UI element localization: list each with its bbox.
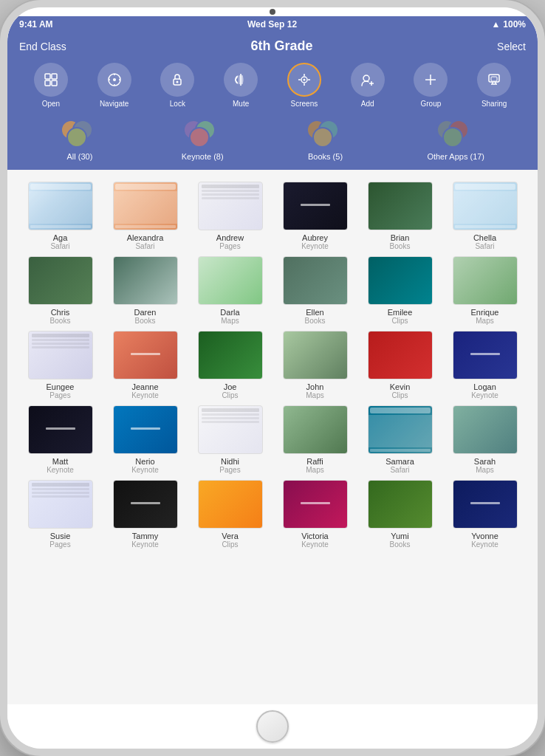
student-item[interactable]: AlexandraSafari <box>104 182 186 250</box>
toolbar: Open Nav <box>19 63 526 108</box>
student-item[interactable]: KevinClips <box>359 331 441 399</box>
screen: 9:41 AM Wed Sep 12 ▲ 100% End Class 6th … <box>7 16 538 749</box>
student-item[interactable]: LoganKeynote <box>444 331 526 399</box>
student-item[interactable]: RaffiMaps <box>274 405 356 474</box>
student-name: Sarah <box>474 457 496 466</box>
student-app: Books <box>390 242 411 250</box>
avatar-o3 <box>442 127 463 148</box>
student-item[interactable]: EungeePages <box>19 331 101 399</box>
student-name: Susie <box>50 532 71 540</box>
screens-icon <box>287 63 321 97</box>
student-item[interactable]: SusiePages <box>19 480 101 549</box>
page-title: 6th Grade <box>250 38 312 54</box>
student-name: Logan <box>473 382 496 391</box>
student-name: Yvonne <box>471 532 498 540</box>
student-item[interactable]: JeanneKeynote <box>104 331 186 399</box>
student-app: Books <box>390 540 411 549</box>
student-item[interactable]: EllenBooks <box>274 256 356 325</box>
student-item[interactable]: AubreyKeynote <box>274 182 356 250</box>
open-icon <box>34 63 68 97</box>
student-item[interactable]: DarenBooks <box>104 256 186 325</box>
student-name: Daren <box>134 308 157 317</box>
student-app: Safari <box>390 466 409 474</box>
svg-point-14 <box>363 75 369 81</box>
student-item[interactable]: JoeClips <box>189 331 271 399</box>
filter-otherapps[interactable]: Other Apps (17) <box>427 120 484 161</box>
toolbar-add[interactable]: Add <box>351 63 385 108</box>
svg-point-13 <box>303 79 305 81</box>
student-item[interactable]: BrianBooks <box>359 182 441 250</box>
select-button[interactable]: Select <box>497 41 526 52</box>
student-item[interactable]: ChrisBooks <box>19 256 101 325</box>
status-bar: 9:41 AM Wed Sep 12 ▲ 100% <box>7 16 538 32</box>
student-item[interactable]: ChellaSafari <box>444 182 526 250</box>
student-app: Maps <box>476 466 493 474</box>
bottom-bar <box>7 704 538 749</box>
student-item[interactable]: NerioKeynote <box>104 405 186 474</box>
student-app: Clips <box>391 317 408 325</box>
student-name: Aubrey <box>302 233 328 242</box>
filter-keynote-avatars <box>183 120 222 149</box>
student-name: Ellen <box>306 308 323 317</box>
student-item[interactable]: SarahMaps <box>444 405 526 474</box>
header: End Class 6th Grade Select <box>7 32 538 170</box>
toolbar-lock[interactable]: Lock <box>160 63 194 108</box>
filter-all-label: All (30) <box>67 152 93 161</box>
student-app: Books <box>305 317 326 325</box>
avatar-b3 <box>312 127 333 148</box>
student-item[interactable]: MattKeynote <box>19 405 101 474</box>
toolbar-navigate-label: Navigate <box>100 100 128 108</box>
sharing-icon <box>477 63 511 97</box>
toolbar-open-label: Open <box>42 100 60 108</box>
svg-rect-0 <box>45 74 50 79</box>
student-item[interactable]: DarlaMaps <box>189 256 271 325</box>
student-name: Andrew <box>216 233 244 242</box>
student-app: Safari <box>475 242 494 250</box>
filter-books-label: Books (5) <box>308 152 343 161</box>
student-item[interactable]: VictoriaKeynote <box>274 480 356 549</box>
student-name: Alexandra <box>127 233 164 242</box>
student-name: Joe <box>224 382 237 391</box>
student-item[interactable]: VeraClips <box>189 480 271 549</box>
toolbar-screens-label: Screens <box>291 100 318 108</box>
toolbar-group-label: Group <box>420 100 441 108</box>
filter-all[interactable]: All (30) <box>61 120 99 161</box>
home-button[interactable] <box>256 710 289 743</box>
student-item[interactable]: SamaraSafari <box>359 405 441 474</box>
toolbar-group[interactable]: Group <box>414 63 448 108</box>
student-app: Books <box>135 317 156 325</box>
toolbar-open[interactable]: Open <box>34 63 68 108</box>
student-item[interactable]: NidhiPages <box>189 405 271 474</box>
status-right: ▲ 100% <box>491 19 526 30</box>
top-notch <box>7 7 538 16</box>
student-app: Pages <box>49 391 70 399</box>
status-time: 9:41 AM <box>19 19 53 30</box>
student-app: Pages <box>49 540 70 549</box>
toolbar-navigate[interactable]: Navigate <box>97 63 131 108</box>
student-app: Pages <box>219 242 240 250</box>
student-item[interactable]: TammyKeynote <box>104 480 186 549</box>
student-item[interactable]: EnriqueMaps <box>444 256 526 325</box>
filter-keynote[interactable]: Keynote (8) <box>182 120 224 161</box>
header-nav: End Class 6th Grade Select <box>19 38 526 54</box>
toolbar-mute[interactable]: Mute <box>224 63 258 108</box>
avatar-3 <box>66 127 87 148</box>
student-name: Emilee <box>388 308 413 317</box>
filter-all-avatars <box>61 120 99 149</box>
student-item[interactable]: EmileeClips <box>359 256 441 325</box>
student-item[interactable]: JohnMaps <box>274 331 356 399</box>
status-date: Wed Sep 12 <box>247 19 297 30</box>
end-class-button[interactable]: End Class <box>19 41 66 52</box>
student-name: Samara <box>385 457 414 466</box>
student-item[interactable]: AgaSafari <box>19 182 101 250</box>
student-name: Tammy <box>132 532 158 540</box>
student-app: Clips <box>222 540 238 549</box>
student-item[interactable]: YvonneKeynote <box>444 480 526 549</box>
student-item[interactable]: AndrewPages <box>189 182 271 250</box>
toolbar-screens[interactable]: Screens <box>287 63 321 108</box>
student-item[interactable]: YumiBooks <box>359 480 441 549</box>
filter-books[interactable]: Books (5) <box>306 120 345 161</box>
lock-icon <box>160 63 194 97</box>
student-app: Clips <box>222 391 238 399</box>
toolbar-sharing[interactable]: Sharing <box>477 63 511 108</box>
